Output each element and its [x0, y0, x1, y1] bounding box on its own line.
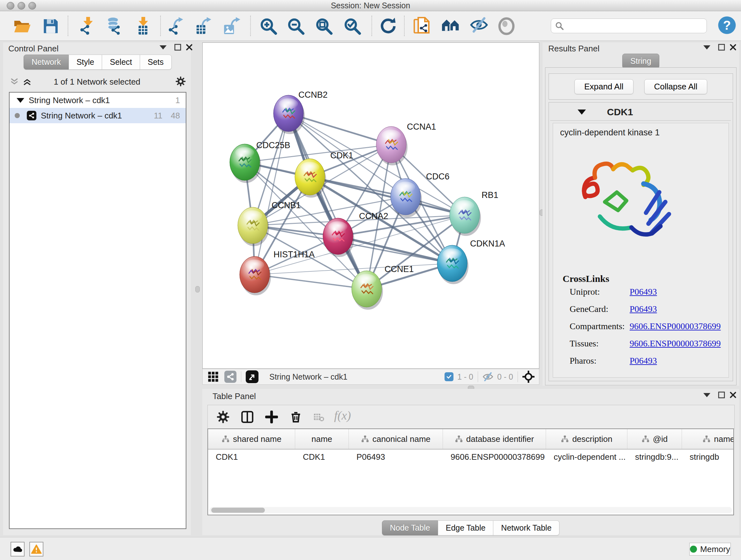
results-panel-close-icon[interactable]: [728, 43, 738, 52]
cell--id[interactable]: stringdb:9...: [627, 449, 682, 464]
table-horizontal-scrollbar[interactable]: [209, 507, 732, 513]
node-hist1h1a[interactable]: HIST1H1A: [240, 250, 315, 295]
function-builder-icon-disabled: f(x): [334, 408, 351, 422]
cell-name[interactable]: CDK1: [295, 449, 349, 464]
table-panel-close-icon[interactable]: [728, 390, 738, 400]
import-network-from-database-icon[interactable]: [105, 17, 123, 36]
node-ccna2[interactable]: CCNA2: [323, 211, 388, 257]
crosshair-icon[interactable]: [522, 371, 535, 383]
open-home-icon[interactable]: [441, 17, 460, 36]
node-label: RB1: [482, 190, 498, 200]
tab-node-table[interactable]: Node Table: [382, 520, 438, 536]
share-network-icon[interactable]: [224, 371, 237, 383]
import-table-from-file-icon[interactable]: [134, 17, 152, 36]
tab-network-table[interactable]: Network Table: [493, 520, 559, 536]
results-panel-float-icon[interactable]: [717, 43, 726, 52]
column-header-name[interactable]: name: [295, 429, 349, 449]
share-document-icon[interactable]: [413, 17, 431, 36]
create-column-icon[interactable]: [265, 411, 278, 423]
toggle-bird-eye-icon[interactable]: [497, 17, 516, 36]
network-options-gear-icon[interactable]: [176, 76, 186, 86]
node-table[interactable]: shared namenamecanonical namedatabase id…: [207, 428, 734, 515]
table-row[interactable]: CDK1CDK1P064939606.ENSP00000378699cyclin…: [208, 449, 733, 464]
edge[interactable]: [255, 274, 367, 289]
node-rb1[interactable]: RB1: [450, 190, 498, 236]
open-session-icon[interactable]: [13, 17, 31, 36]
zoom-fit-content-icon[interactable]: [315, 17, 333, 36]
crosslink-link[interactable]: P06493: [630, 356, 657, 366]
column-header--id[interactable]: @id: [627, 429, 682, 449]
show-hide-graphic-details-icon[interactable]: [470, 17, 488, 36]
export-image-icon[interactable]: [223, 17, 241, 36]
selected-checkbox-icon[interactable]: [445, 372, 454, 381]
crosslink-link[interactable]: P06493: [630, 287, 657, 297]
tab-string[interactable]: String: [622, 54, 659, 69]
control-panel-menu-icon[interactable]: [158, 43, 168, 52]
results-panel-menu-icon[interactable]: [702, 43, 712, 52]
zoom-selected-icon[interactable]: [343, 17, 361, 36]
cell-database-identifier[interactable]: 9606.ENSP00000378699: [443, 449, 546, 464]
column-header-database-identifier[interactable]: database identifier: [443, 429, 546, 449]
network-canvas[interactable]: CCNB2CCNA1CDC25BCDK1CDC6RB1CCNB1CCNA2CDK…: [202, 43, 539, 369]
network-collection-row[interactable]: String Network – cdk1 1: [10, 92, 186, 108]
node-cdc25b[interactable]: CDC25B: [230, 140, 290, 183]
export-table-icon[interactable]: [194, 17, 213, 36]
crosslink-link[interactable]: 9606.ENSP00000378699: [630, 321, 721, 331]
column-header-shared-name[interactable]: shared name: [208, 429, 295, 449]
zoom-out-icon[interactable]: [286, 17, 305, 36]
apply-preferred-layout-icon[interactable]: [378, 17, 397, 36]
control-tab-select[interactable]: Select: [102, 55, 140, 70]
control-tab-sets[interactable]: Sets: [140, 55, 172, 70]
collapse-all-button[interactable]: Collapse All: [644, 79, 708, 94]
gene-expand-icon[interactable]: [578, 110, 586, 115]
column-header-description[interactable]: description: [546, 429, 627, 449]
results-scroll-area[interactable]: CDK1 cyclin-dependent kinase 1: [549, 102, 733, 381]
tab-edge-table[interactable]: Edge Table: [438, 520, 494, 536]
memory-button[interactable]: Memory: [689, 543, 731, 556]
crosslink-link[interactable]: 9606.ENSP00000378699: [630, 338, 721, 349]
vertical-splitter-handle[interactable]: [195, 286, 200, 293]
grid-overview-icon[interactable]: [208, 371, 219, 382]
import-network-from-file-icon[interactable]: [78, 17, 97, 36]
network-graph[interactable]: CCNB2CCNA1CDC25BCDK1CDC6RB1CCNB1CCNA2CDK…: [203, 43, 539, 368]
gene-section-header[interactable]: CDK1: [550, 104, 731, 121]
node-ccnb2[interactable]: CCNB2: [273, 90, 328, 134]
delete-column-icon[interactable]: [289, 411, 302, 423]
control-tab-network[interactable]: Network: [23, 55, 69, 70]
help-icon[interactable]: ?: [718, 16, 736, 34]
control-panel-float-icon[interactable]: [173, 43, 183, 52]
cell-canonical-name[interactable]: P06493: [349, 449, 443, 464]
edge[interactable]: [338, 236, 452, 263]
column-header-canonical-name[interactable]: canonical name: [349, 429, 443, 449]
zoom-in-icon[interactable]: [259, 17, 278, 36]
control-tab-style[interactable]: Style: [69, 55, 103, 70]
save-session-icon[interactable]: [42, 17, 60, 36]
warning-status-button[interactable]: [29, 542, 44, 557]
cell-shared-name[interactable]: CDK1: [208, 449, 295, 464]
table-toolbar: f(x): [207, 405, 735, 429]
cell-description[interactable]: cyclin-dependent ...: [546, 449, 627, 464]
network-row-selected[interactable]: String Network – cdk1 11 48: [10, 108, 186, 123]
expand-all-button[interactable]: Expand All: [575, 79, 633, 94]
cloud-status-button[interactable]: [10, 542, 24, 557]
table-panel-float-icon[interactable]: [717, 390, 726, 400]
scrollbar-thumb[interactable]: [211, 508, 265, 513]
crosslink-link[interactable]: P06493: [630, 304, 657, 314]
export-network-icon[interactable]: [167, 17, 185, 36]
column-header-namespace[interactable]: namespace: [682, 429, 734, 449]
table-panel-menu-icon[interactable]: [702, 390, 712, 400]
hidden-eye-icon[interactable]: [482, 372, 493, 381]
statusbar-separator: [241, 371, 241, 382]
search-icon: [555, 21, 564, 30]
collection-expand-icon[interactable]: [17, 98, 24, 103]
open-in-window-icon[interactable]: [246, 370, 259, 383]
node-cdc6[interactable]: CDC6: [391, 172, 450, 217]
node-cdkn1a[interactable]: CDKN1A: [437, 239, 505, 284]
show-column-icon[interactable]: [241, 411, 254, 423]
table-settings-gear-icon[interactable]: [217, 411, 229, 423]
control-panel-close-icon[interactable]: [185, 43, 194, 52]
search-input[interactable]: [564, 21, 699, 30]
node-ccne1[interactable]: CCNE1: [352, 264, 414, 310]
search-field[interactable]: [551, 18, 707, 33]
cell-namespace[interactable]: stringdb: [682, 449, 734, 464]
